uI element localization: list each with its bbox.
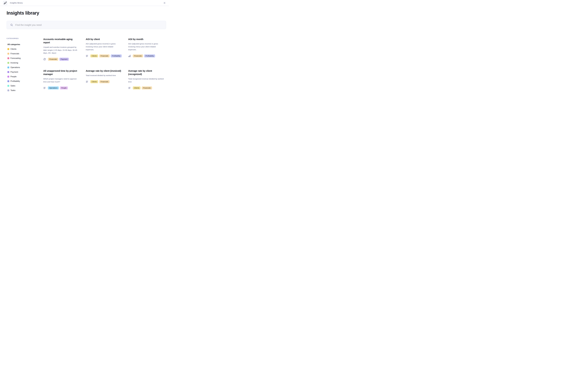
category-label: Invoicing <box>10 62 18 64</box>
sidebar-item-sales[interactable]: Sales <box>7 83 43 88</box>
sidebar-item-profitability[interactable]: Profitability <box>7 79 43 83</box>
tag-operations[interactable]: Operations <box>48 86 59 90</box>
insight-card-agi-by-client[interactable]: AGI by client AGI (adjusted gross income… <box>86 38 122 69</box>
insight-cards-grid: Accounts receivable aging report Unpaid … <box>43 38 166 95</box>
category-color-swatch <box>7 48 9 50</box>
sidebar-item-invoicing[interactable]: Invoicing <box>7 60 43 65</box>
insight-card-accounts-receivable-aging-report[interactable]: Accounts receivable aging report Unpaid … <box>43 38 80 69</box>
pie-chart-icon <box>43 58 46 61</box>
category-color-swatch <box>7 90 9 91</box>
tag-profitability[interactable]: Profitability <box>111 54 122 57</box>
tag-profitability[interactable]: Profitability <box>144 54 155 57</box>
insight-card-title: AGI by month <box>128 38 164 41</box>
categories-sidebar: CATEGORIES All categories Clients Financ… <box>7 38 43 93</box>
close-icon <box>163 2 166 4</box>
insight-card-average-rate-by-client-recognized[interactable]: Average rate by client (recognized) Tota… <box>128 69 164 95</box>
tag-clients[interactable]: Clients <box>90 54 98 57</box>
sidebar-item-financials[interactable]: Financials <box>7 51 43 56</box>
sidebar-item-tasks[interactable]: Tasks <box>7 88 43 93</box>
insight-card-average-rate-by-client-invoiced[interactable]: Average rate by client (invoiced) Total … <box>86 69 122 95</box>
list-icon <box>86 55 88 57</box>
close-button[interactable] <box>163 1 166 5</box>
insight-card-title: AGI by client <box>86 38 122 41</box>
sidebar-item-people[interactable]: People <box>7 74 43 79</box>
tag-clients[interactable]: Clients <box>133 86 140 90</box>
tag-financials[interactable]: Financials <box>99 80 109 83</box>
insight-card-meta: OperationsPeople <box>43 86 80 90</box>
insight-card-title: Average rate by client (recognized) <box>128 69 164 76</box>
list-icon <box>86 55 88 57</box>
sidebar-item-payment[interactable]: Payment <box>7 70 43 74</box>
category-label: Sales <box>10 85 15 87</box>
insight-card-tags: FinancialsPayment <box>48 58 69 61</box>
insight-card-title: Accounts receivable aging report <box>43 38 80 44</box>
insight-card-meta: FinancialsPayment <box>43 58 80 61</box>
insight-card-agi-by-month[interactable]: AGI by month AGI (adjusted gross income)… <box>128 38 164 69</box>
insight-card-tags: FinancialsProfitability <box>133 54 155 57</box>
category-color-swatch <box>7 67 9 68</box>
sidebar-category-list: All categories Clients Financials Foreca… <box>7 42 43 93</box>
modal-header: Insights library <box>0 0 169 6</box>
category-color-swatch <box>7 71 9 73</box>
list-icon <box>43 87 46 89</box>
category-color-swatch <box>7 80 9 82</box>
list-icon <box>86 80 88 83</box>
insight-card-description: AGI (adjusted gross income) is gross inv… <box>128 42 164 51</box>
bar-chart-icon <box>128 55 131 57</box>
list-icon <box>128 87 131 89</box>
tag-financials[interactable]: Financials <box>133 54 143 57</box>
sidebar-item-all-categories[interactable]: All categories <box>7 42 43 47</box>
insight-card-meta: ClientsFinancials <box>86 80 122 83</box>
sidebar-item-operations[interactable]: Operations <box>7 65 43 70</box>
sidebar-item-forecasting[interactable]: Forecasting <box>7 56 43 60</box>
insight-card-tags: ClientsFinancials <box>90 80 110 83</box>
window-title: Insights library <box>10 2 23 4</box>
category-label: Profitability <box>10 80 20 82</box>
category-color-swatch <box>7 85 9 87</box>
insight-card-tags: ClientsFinancialsProfitability <box>90 54 122 57</box>
search-icon <box>10 23 13 26</box>
insight-card-description: Total invoiced divided by worked time <box>86 74 122 77</box>
insight-card-tags: OperationsPeople <box>48 86 68 90</box>
sidebar-item-clients[interactable]: Clients <box>7 47 43 51</box>
tag-clients[interactable]: Clients <box>90 80 98 83</box>
tag-people[interactable]: People <box>60 86 68 90</box>
insight-card-description: Which project managers need to approve t… <box>43 77 80 83</box>
all-categories-label: All categories <box>7 43 20 46</box>
insight-card-description: AGI (adjusted gross income) is gross inv… <box>86 42 122 51</box>
category-label: Payment <box>10 71 18 73</box>
category-color-swatch <box>7 62 9 64</box>
app-logo <box>3 1 7 5</box>
category-label: Tasks <box>10 89 16 92</box>
insight-card-title: Average rate by client (invoiced) <box>86 69 122 73</box>
tag-financials[interactable]: Financials <box>48 58 58 61</box>
insight-card-meta: ClientsFinancials <box>128 86 164 90</box>
category-color-swatch <box>7 53 9 55</box>
category-label: Operations <box>10 66 20 69</box>
pie-chart-icon <box>43 58 46 61</box>
category-color-swatch <box>7 57 9 59</box>
insight-card-title: All unapproved time by project manager <box>43 69 80 76</box>
category-label: Financials <box>10 53 19 55</box>
categories-heading: CATEGORIES <box>7 38 43 39</box>
list-icon <box>43 87 46 89</box>
tag-financials[interactable]: Financials <box>99 54 109 57</box>
insight-card-all-unapproved-time-by-project-manager[interactable]: All unapproved time by project manager W… <box>43 69 80 95</box>
tag-financials[interactable]: Financials <box>142 86 152 90</box>
insights-graph-icon <box>4 1 7 4</box>
category-label: Forecasting <box>10 57 21 59</box>
insight-card-description: Total recognized revenue divided by work… <box>128 77 164 83</box>
category-color-swatch <box>7 76 9 77</box>
list-icon <box>128 87 131 89</box>
insight-card-tags: ClientsFinancials <box>133 86 152 90</box>
search-input[interactable] <box>15 23 164 26</box>
insight-search-bar[interactable] <box>7 21 166 29</box>
category-label: People <box>10 76 17 78</box>
insight-card-meta: ClientsFinancialsProfitability <box>86 54 122 57</box>
list-icon <box>86 80 88 83</box>
insight-card-description: Unpaid and overdue invoices grouped by d… <box>43 46 80 55</box>
library-body: CATEGORIES All categories Clients Financ… <box>7 38 166 95</box>
tag-payment[interactable]: Payment <box>59 58 69 61</box>
page-title: Insights library <box>7 10 166 16</box>
insight-card-meta: FinancialsProfitability <box>128 54 164 57</box>
